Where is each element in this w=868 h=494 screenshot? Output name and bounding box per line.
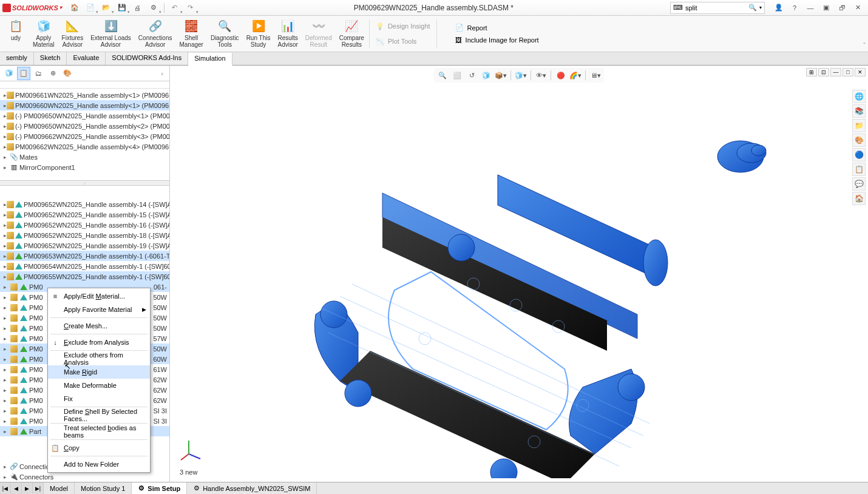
open-file-icon[interactable]: 📂▾ [100, 1, 113, 15]
expander-icon[interactable]: ▸ [4, 428, 10, 435]
ribbon-external-loads-advisor[interactable]: ⬇️External Loads Advisor [87, 17, 135, 50]
panel-splitter[interactable] [0, 181, 169, 186]
menu-item-exclude-from-analysis[interactable]: ↓Exclude from Analysis [48, 336, 150, 349]
sim-tree-item[interactable]: ▸PM009652WN2025_Handle assembly-15 (-[SW… [0, 209, 169, 220]
sim-tree-item[interactable]: ▸PM009655WN2025_Handle assembly-1 (-[SW]… [0, 271, 169, 282]
ribbon-compare-results[interactable]: 📈Compare Results [336, 17, 368, 50]
menu-item-fix[interactable]: Fix [48, 392, 150, 405]
panel-tab-feature-tree-icon[interactable]: 🧊 [2, 67, 16, 80]
tab-nav-first-icon[interactable]: |◀ [0, 482, 11, 494]
menu-item-make-rigid[interactable]: Make Rigid [48, 365, 150, 379]
viewport-maximize-icon[interactable]: □ [843, 68, 853, 76]
sim-tree-item[interactable]: ▸PM009652WN2025_Handle assembly-19 (-[SW… [0, 240, 169, 251]
menu-item-create-mesh[interactable]: Create Mesh... [48, 319, 150, 333]
menu-item-add-to-new-folder[interactable]: Add to New Folder [48, 458, 150, 471]
save-icon[interactable]: 💾▾ [115, 1, 129, 15]
tree-item[interactable]: ▸📎Mates [0, 152, 169, 162]
expander-icon[interactable]: ▸ [4, 346, 10, 352]
view-settings-icon[interactable]: 🖥▾ [589, 69, 602, 81]
expander-icon[interactable]: ▸ [4, 367, 10, 373]
tree-item[interactable]: ▸(-) PM009650WN2025_Handle assembly<1> (… [0, 110, 169, 121]
solidworks-resources-icon[interactable]: 🌐 [852, 90, 866, 103]
tab-nav-next-icon[interactable]: ▶ [22, 482, 33, 494]
home-pane-icon[interactable]: 🏠 [852, 192, 866, 205]
viewport-link-icon[interactable]: ⊞ [806, 68, 817, 76]
tree-item[interactable]: ▸▥MirrorComponent1 [0, 162, 169, 172]
menu-item-copy[interactable]: 📋Copy [48, 441, 150, 455]
search-input[interactable] [685, 4, 746, 12]
previous-view-icon[interactable]: ↺ [466, 69, 478, 81]
user-icon[interactable]: 👤 [771, 1, 787, 15]
restore-button[interactable]: ▣ [818, 1, 834, 15]
expander-icon[interactable]: ▸ [4, 418, 10, 424]
tree-item[interactable]: ▸PM009661WN2025_Handle assembly<1> (PM00… [0, 90, 169, 100]
forum-icon[interactable]: 💬 [852, 177, 866, 191]
graphics-viewport[interactable]: 🔍 ⬜ ↺ 🧊 📦▾ 🧊▾ 👁▾ 🔴 🌈▾ 🖥▾ ⊞ ⊡ — □ ✕ 🌐 📚 � [170, 66, 868, 482]
report-button[interactable]: 📄 Report [450, 21, 544, 34]
expander-icon[interactable]: ▸ [4, 164, 10, 171]
ribbon-diagnostic-tools[interactable]: 🔍Diagnostic Tools [207, 17, 243, 50]
print-icon[interactable]: 🖨 [131, 1, 144, 15]
view-palette-icon[interactable]: 🎨 [852, 134, 866, 147]
help-icon[interactable]: ? [787, 1, 802, 15]
hide-show-icon[interactable]: 👁▾ [535, 69, 547, 81]
connectors-node[interactable]: ▸ 🔌 Connectors [0, 472, 169, 482]
tab-sketch[interactable]: Sketch [34, 52, 67, 65]
ribbon-udy[interactable]: 📋udy [2, 17, 29, 50]
panel-expand-icon[interactable]: › [157, 70, 167, 77]
viewport-close-icon[interactable]: ✕ [855, 68, 866, 76]
tab-simulation[interactable]: Simulation [188, 53, 232, 66]
custom-properties-icon[interactable]: 📋 [852, 163, 866, 176]
bottom-tab-sim-setup[interactable]: ⚙Sim Setup [132, 482, 187, 494]
orientation-triad[interactable] [180, 437, 204, 461]
maximize-button[interactable]: 🗗 [834, 1, 850, 15]
expander-icon[interactable]: ▸ [4, 377, 10, 383]
panel-tab-property-icon[interactable]: 📋 [17, 67, 30, 80]
include-image-button[interactable]: 🖼 Include Image for Report [450, 34, 544, 46]
viewport-single-icon[interactable]: ⊡ [818, 68, 829, 76]
bottom-tab-model[interactable]: Model [44, 482, 75, 494]
expander-icon[interactable]: ▸ [4, 154, 10, 160]
ribbon-run-this-study[interactable]: ▶️Run This Study [243, 17, 274, 50]
tree-item[interactable]: ▸PM009660WN2025_Handle assembly<1> (PM00… [0, 100, 169, 110]
bottom-tab-motion-study-1[interactable]: Motion Study 1 [75, 482, 132, 494]
appearances-icon[interactable]: 🔵 [852, 148, 866, 161]
chevron-down-icon[interactable]: ▾ [59, 5, 62, 10]
ribbon-shell-manager[interactable]: 🧱Shell Manager [175, 17, 206, 50]
expander-icon[interactable]: ▸ [4, 284, 10, 290]
collapse-ribbon-icon[interactable]: ˆ [863, 42, 866, 49]
menu-item-apply-favorite-material[interactable]: Apply Favorite Material▶ [48, 303, 150, 316]
zoom-area-icon[interactable]: ⬜ [451, 69, 463, 81]
expander-icon[interactable]: ▸ [4, 387, 10, 393]
tab-evaluate[interactable]: Evaluate [67, 52, 106, 65]
expander-icon[interactable]: ▸ [4, 305, 10, 311]
sim-tree-item[interactable]: ▸PM009652WN2025_Handle assembly-16 (-[SW… [0, 220, 169, 230]
ribbon-fixtures-advisor[interactable]: 📐Fixtures Advisor [58, 17, 87, 50]
expander-icon[interactable]: ▸ [4, 398, 10, 404]
ribbon-results-advisor[interactable]: 📊Results Advisor [274, 17, 301, 50]
menu-item-treat-selected-bodies-as-beams[interactable]: Treat selected bodies as beams [48, 425, 150, 438]
tree-item[interactable]: ▸(-) PM009650WN2025_Handle assembly<2> (… [0, 121, 169, 131]
new-file-icon[interactable]: 📄▾ [84, 1, 97, 15]
sim-tree-item[interactable]: ▸PM009652WN2025_Handle assembly-14 (-[SW… [0, 199, 169, 209]
expander-icon[interactable]: ▸ [4, 336, 10, 342]
menu-item-define-shell-by-selected-faces[interactable]: Define Shell By Selected Faces... [48, 408, 150, 422]
menu-item-apply-edit-material[interactable]: ≡Apply/Edit Material... [48, 289, 150, 303]
display-style-icon[interactable]: 🧊▾ [515, 69, 527, 81]
close-button[interactable]: ✕ [850, 1, 866, 15]
tab-sembly[interactable]: sembly [0, 52, 34, 65]
panel-tab-display-icon[interactable]: ⊕ [46, 67, 59, 80]
tree-item[interactable]: ▸(-) PM009662WN2025_Handle assembly<3> (… [0, 131, 169, 141]
minimize-button[interactable]: — [802, 1, 818, 15]
sim-tree-item[interactable]: ▸PM009654WN2025_Handle assembly-1 (-[SW]… [0, 261, 169, 271]
tab-solidworks-add-ins[interactable]: SOLIDWORKS Add-Ins [106, 52, 188, 65]
bottom-tab-handle-assembly-wn2025-swsim[interactable]: ⚙Handle Assembly_WN2025_SWSIM [187, 482, 317, 494]
edit-appearance-icon[interactable]: 🔴 [555, 69, 567, 81]
viewport-minimize-icon[interactable]: — [830, 68, 841, 76]
section-view-icon[interactable]: 🧊 [480, 69, 492, 81]
menu-item-exclude-others-from-analysis[interactable]: Exclude others from Analysis [48, 352, 150, 365]
chevron-down-icon[interactable]: ▾ [759, 5, 762, 10]
expander-icon[interactable]: ▸ [4, 356, 10, 362]
tree-item[interactable]: ▸PM009662WN2025_Handle assembly<4> (PM00… [0, 141, 169, 152]
expander-icon[interactable]: ▸ [4, 325, 10, 331]
